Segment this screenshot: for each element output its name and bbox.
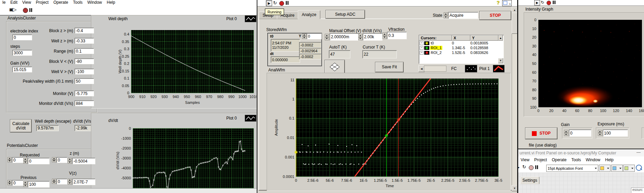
fc-legend-label[interactable]: FC — [451, 66, 457, 71]
dvdt-ctrl-value[interactable]: 2.00k — [363, 33, 383, 41]
cursors-col-name[interactable]: Cursors: — [419, 35, 452, 41]
stop-icon[interactable] — [279, 1, 284, 6]
cursor-row-ROI_1[interactable]: +✱ROI_11.34E-50.0128598 — [419, 45, 504, 50]
pot-vz-spinner[interactable] — [68, 179, 72, 184]
intensity-plot[interactable]: 0102030405060708090100020406080100120140… — [523, 12, 644, 116]
align-objects-dropdown[interactable] — [599, 165, 611, 172]
stop-icon[interactable] — [547, 1, 551, 5]
mid-vscroll-down[interactable]: ▼ — [512, 185, 517, 191]
pot-previous[interactable]: 100 — [28, 181, 50, 188]
help-icon[interactable]: ? — [497, 0, 500, 5]
run-icon[interactable]: ▶ — [266, 0, 272, 6]
vfraction-value[interactable]: 0.3 — [387, 32, 407, 39]
bottom-titlebar[interactable]: urrent.vi Front Panel on e-source.lvproj… — [518, 149, 644, 156]
ac-rfield-5[interactable]: 50 — [75, 78, 94, 84]
pot-z[interactable]: -0.5004 — [72, 158, 95, 164]
pot-z-spinner[interactable] — [68, 158, 72, 164]
mid-vscroll-up[interactable]: ▲ — [512, 7, 517, 13]
menu-item-help[interactable]: Help — [104, 0, 118, 5]
run-continuous-icon[interactable]: ↻ — [541, 0, 544, 5]
menu-item-window[interactable]: Window — [85, 0, 105, 5]
state-spinner[interactable] — [444, 12, 448, 18]
setup-adc-button[interactable]: Setup ADC — [326, 10, 365, 18]
menu-item-operate[interactable]: Operate — [51, 0, 70, 5]
vi-icon[interactable]: 1 — [502, 0, 512, 6]
menu-item-project[interactable]: Project — [532, 157, 549, 162]
cursors-table[interactable]: Cursors: X Y ▲ +✱t000.0018005+✱ROI_11.34… — [419, 35, 504, 64]
dvdt-plot[interactable]: 0-1000-2000-3000-4000-5000dV/dt (V/s) — [91, 113, 256, 193]
ac-rfield-3[interactable]: -80 — [75, 58, 94, 64]
pot-prev-index[interactable]: 0 — [12, 180, 24, 186]
manual-offset-value[interactable]: 2.00000m — [330, 33, 360, 41]
vfraction-spinner[interactable] — [383, 32, 387, 39]
pot-vz[interactable]: 2.07E-7 — [72, 179, 95, 185]
cursor-style-icon[interactable]: ✱ — [424, 46, 429, 50]
stop-icon-disabled[interactable] — [529, 165, 534, 170]
pause-icon[interactable] — [535, 165, 538, 169]
pot-req-index[interactable]: 0 — [12, 157, 24, 163]
dvdt-ctrl-spinner[interactable] — [358, 34, 362, 40]
pot-prev-index-spinner[interactable] — [8, 180, 12, 185]
run-icon[interactable]: ▶ — [534, 0, 540, 5]
left-window-bottom-strip[interactable] — [0, 188, 257, 193]
menu-item-tools[interactable]: Tools — [71, 0, 85, 5]
pot-requested[interactable]: 0 — [28, 158, 50, 164]
run-icon[interactable]: ◙▷ — [10, 7, 17, 12]
ac-rfield-7[interactable]: 884 — [75, 100, 94, 106]
menu-item-le[interactable]: le — [0, 0, 8, 5]
ac-rfield-0[interactable]: -0.4 — [75, 28, 94, 33]
plot1-legend-icon[interactable] — [493, 65, 505, 72]
font-selector[interactable]: 15pt Application Font — [546, 165, 598, 172]
analwfm-plot[interactable]: 1110.10.010.0010.000102.5E-65E-67.5E-61E… — [267, 73, 510, 190]
pot-z-index-spinner[interactable] — [52, 157, 56, 162]
menu-item-view[interactable]: View — [20, 0, 33, 5]
calculate-dvdt-button[interactable]: Calculate dV/dt — [10, 120, 31, 132]
run-icon[interactable]: ▶ — [518, 165, 520, 170]
legend-scroll-track[interactable] — [424, 66, 446, 72]
menu-item-help[interactable]: Help — [603, 157, 616, 162]
pause-icon[interactable] — [553, 1, 555, 4]
pot-requested-spinner[interactable] — [23, 158, 27, 164]
menu-item-view[interactable]: View — [518, 157, 532, 162]
menu-item-operate[interactable]: Operate — [549, 157, 569, 162]
resize-objects-dropdown[interactable] — [623, 165, 635, 172]
ac-rfield-2[interactable]: 0.1 — [75, 48, 94, 54]
menu-item-edit[interactable]: Edit — [8, 0, 20, 5]
mid-vscroll-thumb[interactable] — [512, 13, 517, 34]
settings-tab[interactable]: Settings — [520, 177, 539, 184]
pot-vz-index-spinner[interactable] — [52, 179, 56, 184]
menu-item-window[interactable]: Window — [583, 157, 603, 162]
ac-rfield-4[interactable]: -100 — [75, 69, 94, 74]
tab-analyze[interactable]: Analyze — [298, 10, 320, 19]
cursor-style-icon[interactable]: ✱ — [424, 51, 429, 55]
ac-rfield-1[interactable]: -0.33 — [75, 38, 94, 44]
manual-offset-spinner[interactable] — [325, 34, 329, 40]
graph-palette-button[interactable] — [325, 60, 345, 73]
ac-rfield-6[interactable]: -5.775 — [75, 91, 94, 96]
exposure-value[interactable]: 100 — [603, 129, 628, 137]
cursors-col-y[interactable]: Y — [470, 35, 498, 41]
background-window-fragment[interactable]: esourc — [631, 188, 644, 193]
exposure-spin[interactable] — [598, 130, 602, 136]
cursor-row-ROI_2[interactable]: +✱ROI_21.52E-50.0833626 — [419, 50, 504, 55]
y-index-value[interactable]: 0 — [307, 33, 322, 39]
expander-icon[interactable]: + — [420, 51, 424, 55]
minimize-icon[interactable]: — — [636, 150, 641, 155]
y-index-spinner[interactable] — [302, 33, 306, 39]
expander-icon[interactable]: + — [420, 41, 424, 45]
camera-stop-button[interactable]: STOP — [525, 128, 557, 139]
distribute-objects-dropdown[interactable] — [611, 165, 623, 172]
plot1-legend-label[interactable]: Plot 1 — [479, 66, 490, 71]
menu-item-project[interactable]: Project — [33, 0, 51, 5]
pause-icon[interactable] — [286, 1, 289, 5]
pot-previous-spinner[interactable] — [23, 181, 27, 187]
gain-spin[interactable] — [564, 130, 568, 136]
pot-req-index-spinner[interactable] — [8, 157, 12, 162]
cursor-style-icon[interactable]: ✱ — [424, 41, 429, 45]
search-icon[interactable] — [636, 165, 642, 171]
fc-legend-icon[interactable] — [465, 65, 477, 72]
expander-icon[interactable]: + — [420, 46, 424, 50]
gain-value[interactable]: 0 — [569, 129, 591, 137]
cursors-col-x[interactable]: X — [452, 35, 470, 41]
well-depth-plot[interactable]: 00.050.10.150.20.250.30.350.490091092093… — [91, 15, 256, 108]
